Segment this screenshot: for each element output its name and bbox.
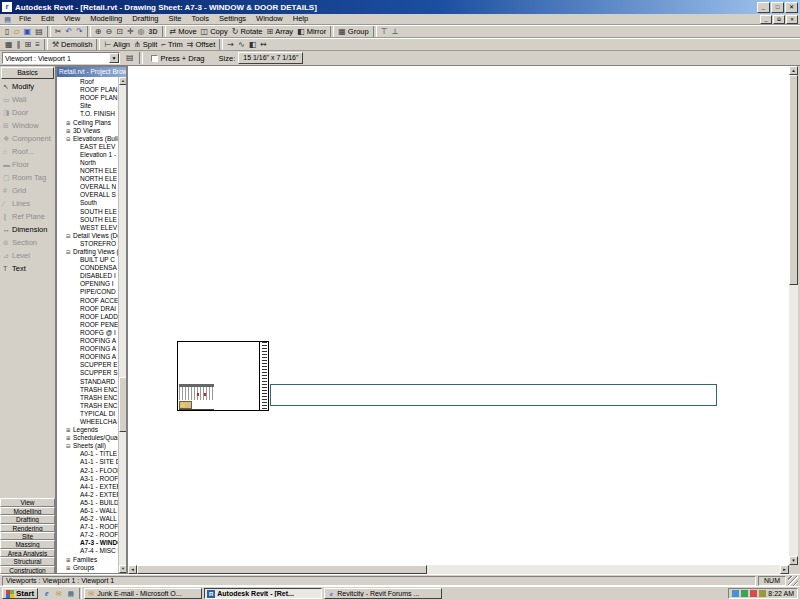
expand-collapse-icon[interactable]: ⊟ <box>66 442 73 450</box>
tree-item[interactable]: ROOFING A <box>57 337 118 345</box>
cut-icon[interactable]: ✂ <box>53 26 64 37</box>
menu-tools[interactable]: Tools <box>186 14 214 24</box>
tree-item[interactable]: ⊟ Detail Views (De <box>57 232 118 240</box>
tree-item[interactable]: ⊞ Groups <box>57 564 118 572</box>
tree-item[interactable]: NORTH ELE <box>57 167 118 175</box>
tree-item[interactable]: OVERALL N <box>57 183 118 191</box>
type-selector[interactable]: Viewport : Viewport 1 ▼ <box>2 52 120 64</box>
scrollbar-thumb[interactable] <box>137 565 427 574</box>
scroll-view-icon[interactable]: ✛ <box>125 26 136 37</box>
tree-item[interactable]: SOUTH ELE <box>57 208 118 216</box>
unpin-icon[interactable]: ⊥ <box>390 26 401 37</box>
tree-item[interactable]: ⊞ 3D Views <box>57 127 118 135</box>
group-button[interactable]: ▦ Group <box>336 26 370 37</box>
tree-item[interactable]: OVERALL S <box>57 191 118 199</box>
split-button[interactable]: ⋔ Split <box>132 39 159 50</box>
tree-item[interactable]: ROOF PENE <box>57 321 118 329</box>
menu-file[interactable]: File <box>14 14 36 24</box>
tree-item[interactable]: ROOFING A <box>57 345 118 353</box>
design-tab-structural[interactable]: Structural <box>0 557 55 565</box>
scroll-up-icon[interactable]: ▲ <box>789 66 798 75</box>
horizontal-scrollbar[interactable]: ◄ ► <box>128 565 789 574</box>
tray-icon[interactable] <box>750 590 757 597</box>
tape-measure-icon[interactable]: ↭ <box>258 39 269 50</box>
tree-item[interactable]: Elevation 1 - <box>57 151 118 159</box>
design-item-modify[interactable]: ↖ Modify <box>0 80 55 93</box>
menu-drafting[interactable]: Drafting <box>127 14 163 24</box>
taskbar-button-revit[interactable]: R Autodesk Revit - [Ret... <box>204 588 322 599</box>
tree-item[interactable]: T.O. FINISH <box>57 110 118 118</box>
tree-item[interactable]: ⊟ Sheets (all) <box>57 442 118 450</box>
tree-item[interactable]: A7-1 - ROOF DE <box>57 523 118 531</box>
paint-icon[interactable]: ◧ <box>247 39 259 50</box>
tree-item[interactable]: EAST ELEV <box>57 143 118 151</box>
tray-icon[interactable] <box>741 590 748 597</box>
array-button[interactable]: ⊞ Array <box>264 26 295 37</box>
tree-item[interactable]: North <box>57 159 118 167</box>
3d-view-button[interactable]: 3D <box>147 26 160 37</box>
design-tab-drafting[interactable]: Drafting <box>0 515 55 523</box>
expand-collapse-icon[interactable]: ⊞ <box>66 426 73 434</box>
properties-button[interactable]: ▤ <box>124 53 136 64</box>
tree-item[interactable]: A7-3 - WINDO <box>57 539 118 547</box>
taskbar-button-revitcity[interactable]: e Revitcity - Revit Forums ... <box>324 588 442 599</box>
tree-item[interactable]: ⊞ Families <box>57 556 118 564</box>
tree-item[interactable]: ROOF PLAN <box>57 94 118 102</box>
resize-grip[interactable] <box>788 576 798 586</box>
maximize-button[interactable]: □ <box>771 2 784 13</box>
mirror-button[interactable]: ◧ Mirror <box>295 26 328 37</box>
zoom-in-icon[interactable]: ⊕ <box>93 26 104 37</box>
tree-item[interactable]: TRASH ENC <box>57 386 118 394</box>
menu-window[interactable]: Window <box>251 14 288 24</box>
tree-item[interactable]: SOUTH ELE <box>57 216 118 224</box>
tree-item[interactable]: TYPICAL DI <box>57 410 118 418</box>
tree-item[interactable]: Site <box>57 102 118 110</box>
tree-item[interactable]: DISABLED I <box>57 272 118 280</box>
undo-icon[interactable]: ↶ <box>63 26 74 37</box>
save-icon[interactable]: ▣ <box>22 26 34 37</box>
tree-item[interactable]: ROOF ACCE <box>57 297 118 305</box>
offset-button[interactable]: ⇉ Offset <box>185 39 218 50</box>
scrollbar-thumb[interactable] <box>119 377 126 432</box>
mdi-minimize-button[interactable]: _ <box>760 15 772 24</box>
menu-settings[interactable]: Settings <box>214 14 251 24</box>
expand-collapse-icon[interactable]: ⊞ <box>66 119 73 127</box>
tree-item[interactable]: A6-1 - WALL SE <box>57 507 118 515</box>
menu-view[interactable]: View <box>59 14 85 24</box>
tree-item[interactable]: A5-1 - BUILDING <box>57 499 118 507</box>
tree-item[interactable]: WEST ELEV <box>57 224 118 232</box>
scroll-up-icon[interactable]: ▲ <box>119 77 126 85</box>
expand-collapse-icon[interactable]: ⊞ <box>66 434 73 442</box>
zoom-out-icon[interactable]: ⊖ <box>104 26 115 37</box>
design-tab-modelling[interactable]: Modelling <box>0 507 55 515</box>
tree-item[interactable]: TRASH ENC <box>57 394 118 402</box>
tree-item[interactable]: ROOF PLAN <box>57 86 118 94</box>
linework-icon[interactable]: ∿ <box>236 39 247 50</box>
zoom-fit-icon[interactable]: ⊡ <box>114 26 125 37</box>
tree-item[interactable]: ⊞ Schedules/Quant <box>57 434 118 442</box>
grid-icon[interactable]: ⊞ <box>23 39 34 50</box>
expand-collapse-icon[interactable]: ⊞ <box>66 556 73 564</box>
placed-detail-viewport[interactable] <box>179 384 214 410</box>
drawing-canvas[interactable]: ▲ ▼ ◄ ► <box>127 66 798 574</box>
menu-help[interactable]: Help <box>288 14 313 24</box>
internet-explorer-icon[interactable]: e <box>41 588 52 599</box>
viewport-size-button[interactable]: 15 1/16" x 7 1/16" <box>238 52 303 64</box>
tree-item[interactable]: A0-1 - TITLE SH <box>57 450 118 458</box>
project-browser-title[interactable]: Retail.rvt - Project Browser <box>57 67 126 77</box>
tree-item[interactable]: PIPE/COND <box>57 288 118 296</box>
menu-site[interactable]: Site <box>164 14 187 24</box>
move-button[interactable]: ⇄ Move <box>168 26 199 37</box>
sheet-border[interactable] <box>177 341 269 411</box>
design-tab-basics[interactable]: Basics <box>1 67 54 79</box>
expand-collapse-icon[interactable]: ⊞ <box>66 564 73 572</box>
mdi-close-button[interactable]: ✕ <box>786 15 798 24</box>
workplane-icon[interactable]: ▦ <box>3 39 15 50</box>
tree-item[interactable]: A7-4 - MISC DET <box>57 547 118 555</box>
tree-item[interactable]: A1-1 - SITE DET <box>57 458 118 466</box>
design-tab-site[interactable]: Site <box>0 532 55 540</box>
tree-item[interactable]: STOREFRO <box>57 240 118 248</box>
design-tab-massing[interactable]: Massing <box>0 540 55 548</box>
dropdown-arrow-icon[interactable]: ▼ <box>109 53 119 63</box>
tree-item[interactable]: A4-1 - EXTERIO <box>57 483 118 491</box>
